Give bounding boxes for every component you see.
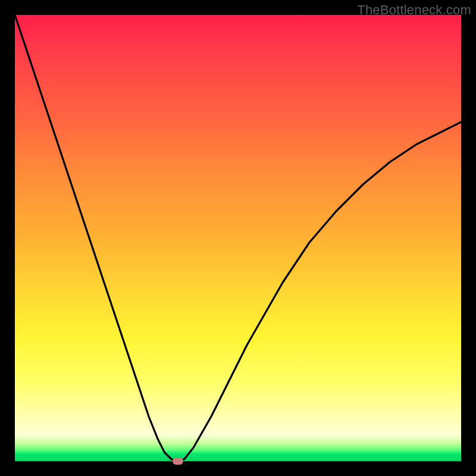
optimal-point-marker	[173, 458, 183, 465]
curve-layer	[15, 15, 461, 461]
bottleneck-curve	[15, 15, 461, 461]
plot-area	[15, 15, 461, 461]
